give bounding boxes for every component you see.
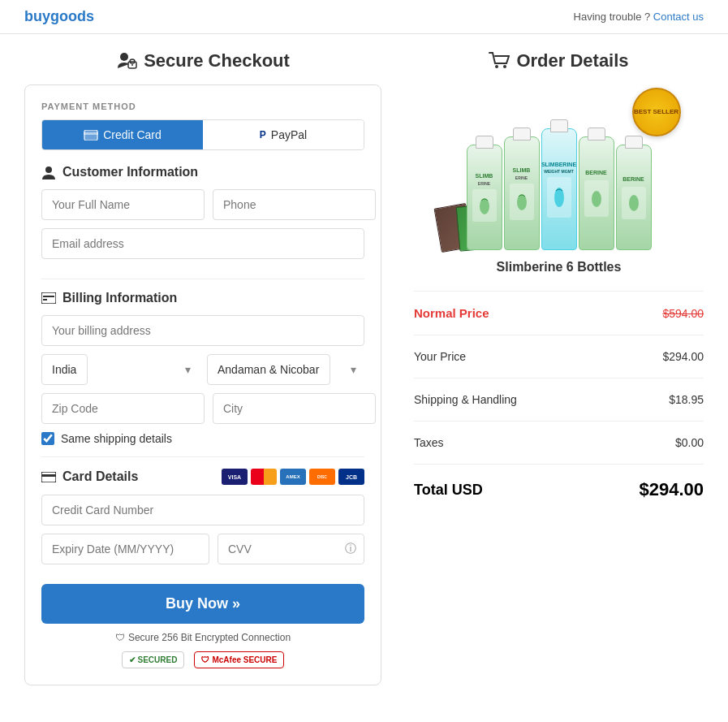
normal-price-label: Normal Price (414, 306, 489, 320)
bottle-1: SLIMB ERINE (467, 145, 502, 250)
region-select[interactable]: Andaman & Nicobar (207, 354, 330, 385)
country-select[interactable]: India (41, 354, 88, 385)
order-divider-5 (414, 464, 704, 465)
bottle-4: BERINE (579, 136, 614, 250)
normal-price-row: Normal Price $594.00 (414, 300, 704, 326)
cvv-help-icon[interactable]: ⓘ (345, 542, 356, 556)
billing-section-title: Billing Information (41, 291, 364, 305)
card-section-title: Card Details (41, 469, 138, 484)
email-input[interactable] (41, 228, 364, 259)
total-value: $294.00 (639, 479, 704, 500)
phone-input[interactable] (213, 189, 376, 220)
svg-point-7 (45, 166, 52, 173)
card-icon-section (41, 472, 56, 482)
product-name: Slimberine 6 Bottles (414, 260, 704, 275)
cart-icon (489, 52, 510, 70)
credit-card-icon (84, 130, 98, 141)
card-number-input[interactable] (41, 495, 364, 525)
divider-1 (41, 279, 364, 279)
region-wrapper: Andaman & Nicobar (207, 354, 364, 385)
order-divider-4 (414, 421, 704, 422)
svg-point-0 (120, 53, 128, 61)
zip-city-row (41, 393, 364, 424)
shipping-row: Shipping & Handling $18.95 (414, 387, 704, 413)
mcafee-badge: 🛡 McAfee SECURE (194, 651, 284, 668)
svg-rect-11 (41, 472, 56, 482)
full-name-input[interactable] (41, 189, 205, 220)
svg-rect-5 (84, 132, 98, 135)
normal-price-value: $594.00 (662, 307, 704, 320)
checkout-panel: Secure Checkout PAYMENT METHOD Credit Ca… (24, 50, 381, 685)
visa-icon: VISA (222, 469, 248, 485)
site-logo: buygoods (24, 8, 94, 25)
order-panel: Order Details SLIMB ERINE (414, 50, 704, 685)
person-icon (41, 165, 56, 179)
amex-icon: AMEX (280, 469, 306, 485)
discover-icon: DISC (309, 469, 335, 485)
card-icons: VISA AMEX DISC JCB (222, 469, 364, 485)
svg-rect-10 (43, 299, 47, 300)
same-shipping-checkbox[interactable] (41, 432, 54, 445)
site-header: buygoods Having trouble ? Contact us (0, 0, 728, 34)
same-shipping-row: Same shipping details (41, 432, 364, 445)
name-phone-row (41, 189, 364, 220)
order-divider-1 (414, 291, 704, 292)
country-region-row: India Andaman & Nicobar (41, 354, 364, 385)
svg-point-3 (131, 64, 133, 66)
bottles-group: SLIMB ERINE SLIMB ERINE SL (467, 128, 652, 250)
shield-icon: 🛡 (115, 632, 125, 643)
svg-point-19 (629, 195, 639, 211)
taxes-label: Taxes (414, 436, 444, 449)
taxes-row: Taxes $0.00 (414, 430, 704, 456)
paypal-logo-p: P (260, 129, 266, 141)
billing-icon (41, 292, 56, 304)
svg-rect-9 (43, 296, 54, 297)
payment-tabs: Credit Card P PayPal (41, 119, 364, 150)
svg-rect-12 (41, 474, 56, 477)
best-seller-badge: BEST SELLER (632, 88, 681, 136)
same-shipping-label[interactable]: Same shipping details (61, 432, 172, 445)
svg-rect-8 (41, 292, 56, 304)
order-divider-2 (414, 335, 704, 335)
checkout-card: PAYMENT METHOD Credit Card P PayPal (24, 84, 381, 685)
your-price-row: Your Price $294.00 (414, 344, 704, 370)
svg-point-14 (503, 65, 506, 68)
shipping-label: Shipping & Handling (414, 393, 517, 406)
tab-credit-card[interactable]: Credit Card (42, 120, 203, 149)
divider-2 (41, 456, 364, 457)
zip-input[interactable] (41, 393, 205, 424)
bottle-3: SLIMBERINE WEIGHT MGMT (541, 128, 577, 250)
page-title: Secure Checkout (24, 50, 381, 71)
your-price-label: Your Price (414, 350, 466, 363)
country-wrapper: India (41, 354, 199, 385)
svg-point-18 (592, 191, 601, 207)
billing-address-input[interactable] (41, 315, 364, 346)
order-divider-3 (414, 378, 704, 378)
expiry-cvv-row: ⓘ (41, 534, 364, 564)
svg-rect-4 (84, 130, 98, 141)
secured-badge: ✔ SECURED (122, 651, 185, 668)
jcb-icon: JCB (338, 469, 364, 485)
mcafee-icon: 🛡 (201, 655, 209, 664)
cvv-input[interactable] (218, 534, 364, 564)
tab-paypal[interactable]: P PayPal (203, 120, 364, 149)
svg-point-16 (517, 194, 527, 210)
bottle-5: BERINE (616, 145, 652, 250)
header-right: Having trouble ? Contact us (574, 11, 704, 23)
cvv-wrapper: ⓘ (218, 534, 364, 564)
city-input[interactable] (213, 393, 376, 424)
taxes-value: $0.00 (675, 436, 704, 449)
secured-shield-icon: ✔ (129, 655, 136, 664)
total-label: Total USD (414, 482, 483, 499)
best-seller-text: BEST SELLER (634, 108, 678, 116)
expiry-input[interactable] (41, 534, 209, 564)
trouble-text: Having trouble ? (574, 11, 651, 23)
customer-section-title: Customer Information (41, 165, 364, 179)
card-details-header: Card Details VISA AMEX DISC JCB (41, 469, 364, 485)
your-price-value: $294.00 (662, 350, 704, 363)
product-image-area: SLIMB ERINE SLIMB ERINE SL (414, 88, 704, 250)
trust-badges: ✔ SECURED 🛡 McAfee SECURE (41, 651, 364, 668)
mastercard-icon (251, 469, 277, 485)
contact-link[interactable]: Contact us (653, 11, 704, 23)
buy-now-button[interactable]: Buy Now » (41, 584, 364, 624)
